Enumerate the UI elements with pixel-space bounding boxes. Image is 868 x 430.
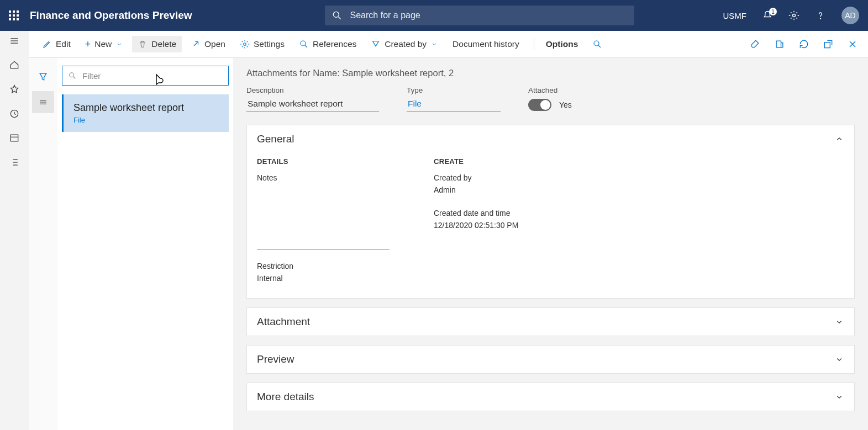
list-filter[interactable]	[62, 66, 229, 86]
attached-value: Yes	[559, 100, 572, 109]
detail-panel: Attachments for Name: Sample worksheet r…	[233, 58, 868, 430]
list-item-sub: File	[73, 116, 219, 124]
open-label: Open	[204, 39, 225, 49]
created-by-label: Created by	[434, 173, 561, 182]
section-more-title: More details	[257, 391, 314, 403]
description-label: Description	[246, 86, 379, 94]
created-by-value: Admin	[434, 185, 561, 194]
nav-rail	[0, 31, 29, 430]
section-general: General DETAILS Notes Restriction Intern…	[246, 125, 855, 299]
section-preview: Preview	[246, 345, 855, 374]
chevron-down-icon	[115, 40, 123, 48]
chevron-up-icon	[834, 134, 844, 144]
gear-icon[interactable]	[788, 10, 799, 21]
details-header: DETAILS	[257, 157, 390, 166]
section-preview-header[interactable]: Preview	[247, 346, 854, 373]
section-preview-title: Preview	[257, 353, 294, 365]
list-filter-input[interactable]	[81, 71, 223, 81]
company-code[interactable]: USMF	[723, 11, 747, 20]
global-search-input[interactable]	[349, 10, 628, 21]
global-search[interactable]	[325, 6, 634, 25]
attached-toggle[interactable]	[528, 99, 551, 111]
doc-history-button[interactable]: Document history	[447, 36, 525, 52]
home-icon[interactable]	[9, 60, 20, 71]
suite-title: Finance and Operations Preview	[30, 9, 192, 22]
help-icon[interactable]	[815, 10, 826, 21]
chevron-down-icon	[834, 317, 844, 327]
chevron-down-icon	[834, 354, 844, 364]
waffle-icon[interactable]	[9, 10, 19, 20]
new-button[interactable]: + New	[80, 36, 129, 52]
svg-line-18	[305, 45, 307, 47]
hamburger-icon[interactable]	[9, 35, 20, 46]
delete-label: Delete	[151, 39, 176, 49]
list-item-title: Sample worksheet report	[73, 102, 219, 114]
edit-button[interactable]: Edit	[36, 36, 76, 52]
svg-point-17	[301, 41, 306, 46]
list-item[interactable]: Sample worksheet report File	[62, 94, 229, 132]
recent-icon[interactable]	[9, 108, 20, 119]
plus-icon: +	[85, 39, 91, 49]
create-header: CREATE	[434, 157, 561, 166]
workspace-icon[interactable]	[9, 132, 20, 144]
svg-line-20	[599, 45, 601, 47]
avatar[interactable]: AD	[841, 7, 859, 24]
svg-point-19	[594, 41, 599, 46]
svg-line-29	[73, 77, 75, 78]
chevron-down-icon	[834, 392, 844, 402]
action-bar: Edit + New Delete Open Settings Refer	[29, 31, 868, 58]
view-strip	[29, 58, 57, 430]
notifications-icon[interactable]: 1	[762, 10, 773, 21]
options-label: Options	[546, 39, 578, 49]
svg-rect-22	[824, 43, 830, 48]
top-navbar: Finance and Operations Preview USMF 1 AD	[0, 0, 868, 31]
notes-input[interactable]	[257, 189, 390, 249]
section-more-details: More details	[246, 383, 855, 411]
chevron-down-icon	[430, 40, 438, 48]
attached-label: Attached	[528, 86, 572, 94]
svg-point-0	[333, 12, 339, 17]
open-new-icon[interactable]	[774, 39, 785, 50]
references-button[interactable]: References	[293, 36, 362, 52]
references-label: References	[313, 39, 356, 49]
delete-button[interactable]: Delete	[132, 36, 182, 52]
popout-icon[interactable]	[823, 39, 834, 50]
svg-point-2	[793, 14, 796, 17]
section-attachment: Attachment	[246, 307, 855, 336]
section-general-header[interactable]: General	[247, 125, 854, 153]
svg-point-16	[244, 43, 246, 46]
settings-button[interactable]: Settings	[234, 36, 290, 52]
svg-rect-21	[776, 41, 781, 47]
open-button[interactable]: Open	[185, 36, 231, 52]
close-icon[interactable]	[847, 39, 858, 50]
record-list: Sample worksheet report File	[57, 58, 233, 430]
created-dt-value: 12/18/2020 02:51:30 PM	[434, 221, 561, 230]
section-attachment-title: Attachment	[257, 316, 310, 328]
created-by-label: Created by	[385, 39, 427, 49]
section-attachment-header[interactable]: Attachment	[247, 308, 854, 336]
breadcrumb: Attachments for Name: Sample worksheet r…	[246, 68, 855, 78]
created-dt-label: Created date and time	[434, 209, 561, 217]
list-view-button[interactable]	[32, 91, 54, 113]
svg-point-3	[820, 18, 821, 19]
description-value[interactable]: Sample worksheet report	[246, 97, 379, 112]
edit-label: Edit	[56, 39, 71, 49]
attach-icon[interactable]	[750, 39, 761, 50]
created-by-button[interactable]: Created by	[365, 36, 444, 52]
filter-view-button[interactable]	[32, 66, 54, 88]
section-more-details-header[interactable]: More details	[247, 383, 854, 411]
type-value[interactable]: File	[407, 97, 501, 112]
refresh-icon[interactable]	[798, 39, 809, 50]
svg-line-1	[338, 17, 340, 19]
new-label: New	[94, 39, 112, 49]
star-icon[interactable]	[9, 84, 20, 95]
restriction-value[interactable]: Internal	[257, 274, 390, 283]
options-button[interactable]: Options	[528, 35, 584, 54]
notes-label: Notes	[257, 173, 390, 182]
svg-rect-8	[10, 135, 18, 141]
find-button[interactable]	[587, 36, 608, 52]
search-icon	[332, 10, 343, 21]
section-general-title: General	[257, 133, 294, 145]
settings-label: Settings	[254, 39, 285, 49]
modules-icon[interactable]	[9, 157, 20, 168]
